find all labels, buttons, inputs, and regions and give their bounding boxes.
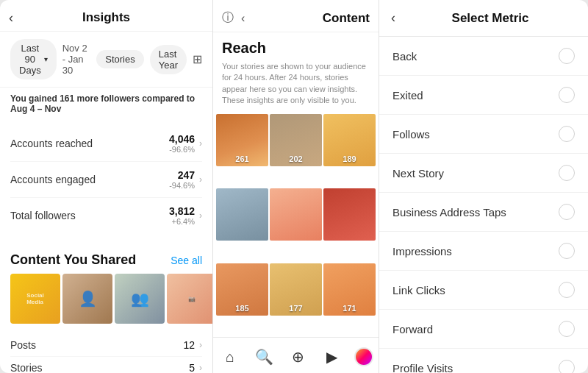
reels-icon[interactable]: ▶ [320, 345, 344, 369]
grid-item[interactable]: 177 [270, 263, 322, 316]
center-title: Content [323, 11, 370, 26]
grid-count: 185 [235, 304, 248, 313]
radio-button[interactable] [559, 360, 575, 373]
metric-item-forward[interactable]: Forward [379, 310, 588, 349]
chevron-right-icon: › [199, 340, 202, 350]
right-header: ‹ Select Metric [379, 0, 588, 37]
stat-label: Accounts reached [10, 138, 93, 149]
stats-section: Accounts reached 4,046 -96.6% › Accounts… [0, 120, 212, 242]
metric-label: Exited [392, 89, 423, 102]
back-icon-left[interactable]: ‹ [9, 10, 13, 26]
stories-count-row[interactable]: Stories 5 › [10, 357, 202, 373]
grid-item[interactable]: 185 [216, 263, 268, 316]
radio-button[interactable] [559, 243, 575, 259]
metric-item-next-story[interactable]: Next Story [379, 154, 588, 193]
filter-bar: Last 90 Days ▾ Nov 2 - Jan 30 Stories La… [0, 32, 212, 88]
search-icon[interactable]: 🔍 [252, 345, 276, 369]
home-icon[interactable]: ⌂ [218, 345, 242, 369]
radio-button[interactable] [559, 165, 575, 181]
stat-row-accounts-reached[interactable]: Accounts reached 4,046 -96.6% › [10, 126, 202, 162]
metric-item-profile-visits[interactable]: Profile Visits [379, 349, 588, 373]
stat-row-total-followers[interactable]: Total followers 3,812 +6.4% › [10, 198, 202, 233]
radio-button[interactable] [559, 321, 575, 337]
stat-change: -94.6% [169, 181, 195, 190]
content-thumbnails: SocialMedia 👤 👥 📷 [0, 274, 212, 331]
reach-section: Reach Your stories are shown to your aud… [213, 32, 379, 114]
chevron-right-icon: › [199, 138, 202, 149]
info-icon[interactable]: ⓘ [222, 10, 234, 26]
grid-item[interactable] [216, 188, 268, 241]
grid-item[interactable]: 189 [323, 114, 376, 166]
metric-item-impressions[interactable]: Impressions [379, 232, 588, 271]
right-title: Select Metric [404, 11, 576, 26]
thumbnail-item[interactable]: 👤 [62, 274, 112, 324]
grid-item[interactable] [323, 188, 376, 241]
reach-title: Reach [222, 40, 370, 57]
grid-count: 189 [343, 154, 356, 163]
radio-button[interactable] [559, 282, 575, 298]
radio-button[interactable] [559, 204, 575, 220]
content-shared-title: Content You Shared [10, 252, 136, 268]
metric-item-link-clicks[interactable]: Link Clicks [379, 271, 588, 310]
thumbnail-item[interactable]: 👥 [115, 274, 165, 324]
metric-label: Impressions [392, 245, 452, 257]
metric-label: Follows [392, 128, 430, 141]
metric-item-back[interactable]: Back [379, 37, 588, 76]
chevron-right-icon: › [199, 363, 202, 373]
see-all-link[interactable]: See all [171, 255, 202, 266]
metric-label: Next Story [392, 167, 444, 180]
stat-label: Total followers [10, 210, 76, 221]
radio-button[interactable] [559, 87, 575, 103]
grid-item[interactable]: 171 [323, 263, 376, 316]
followers-note: You gained 161 more followers compared t… [0, 88, 212, 120]
metric-item-business-address-taps[interactable]: Business Address Taps [379, 193, 588, 232]
last-year-tag[interactable]: Last Year [150, 45, 187, 74]
avatar[interactable] [354, 347, 373, 366]
content-counts: Posts 12 › Stories 5 › Reels 6 › [0, 331, 212, 373]
left-panel: ‹ Insights Last 90 Days ▾ Nov 2 - Jan 30… [0, 0, 213, 373]
chevron-right-icon: › [199, 210, 202, 221]
metric-label: Back [392, 50, 417, 63]
grid-count: 261 [235, 154, 248, 163]
stat-value: 4,046 [169, 133, 195, 145]
date-range-label: Nov 2 - Jan 30 [62, 43, 91, 76]
grid-item[interactable] [270, 188, 322, 241]
center-bottom-nav: ⌂ 🔍 ⊕ ▶ [213, 337, 379, 373]
metric-label: Link Clicks [392, 284, 445, 296]
metric-label: Business Address Taps [392, 206, 506, 219]
left-header: ‹ Insights [0, 0, 212, 32]
add-icon[interactable]: ⊕ [286, 345, 309, 369]
grid-item[interactable]: 261 [216, 114, 268, 166]
stories-tag[interactable]: Stories [96, 50, 143, 68]
count-label: Posts [10, 339, 36, 351]
period-filter-button[interactable]: Last 90 Days ▾ [10, 39, 57, 79]
left-title: Insights [82, 10, 130, 25]
chevron-right-icon: › [199, 174, 202, 185]
stat-value: 3,812 [169, 205, 195, 217]
filter-icon[interactable]: ⊞ [193, 52, 202, 66]
radio-button[interactable] [559, 126, 575, 142]
stat-row-accounts-engaged[interactable]: Accounts engaged 247 -94.6% › [10, 162, 202, 198]
back-icon-right[interactable]: ‹ [391, 10, 395, 26]
grid-count: 177 [289, 304, 302, 313]
stat-label: Accounts engaged [10, 174, 96, 185]
stat-change: -96.6% [169, 145, 195, 154]
stat-change: +6.4% [169, 217, 195, 226]
center-panel: ⓘ ‹ Content Reach Your stories are shown… [213, 0, 379, 373]
metric-item-exited[interactable]: Exited [379, 76, 588, 115]
thumbnail-item[interactable]: SocialMedia [10, 274, 60, 324]
count-label: Stories [10, 362, 43, 373]
posts-count-row[interactable]: Posts 12 › [10, 334, 202, 357]
metric-label: Forward [392, 323, 433, 335]
grid-item[interactable]: 202 [270, 114, 322, 166]
chevron-down-icon: ▾ [44, 55, 48, 63]
content-shared-header: Content You Shared See all [0, 242, 212, 274]
metric-item-follows[interactable]: Follows [379, 115, 588, 154]
content-grid: 261202189185177171 [213, 114, 379, 337]
metric-list: BackExitedFollowsNext StoryBusiness Addr… [379, 37, 588, 373]
stat-value: 247 [169, 169, 195, 181]
reach-description: Your stories are shown to your audience … [222, 61, 370, 107]
thumbnail-item[interactable]: 📷 [167, 274, 213, 324]
radio-button[interactable] [559, 48, 575, 64]
back-icon-center[interactable]: ‹ [241, 12, 245, 25]
